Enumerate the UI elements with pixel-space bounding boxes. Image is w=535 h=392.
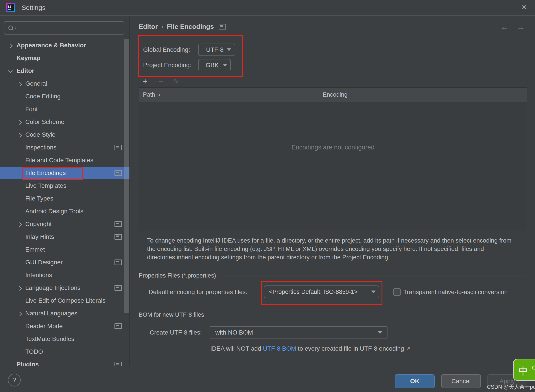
- sidebar-item-gui-designer[interactable]: GUI Designer: [0, 256, 129, 269]
- close-icon[interactable]: ✕: [521, 0, 527, 15]
- sidebar-item-intentions[interactable]: Intentions: [0, 269, 129, 281]
- help-button[interactable]: ?: [8, 374, 21, 387]
- sidebar-item-appearance-behavior[interactable]: Appearance & Behavior: [0, 39, 129, 52]
- sidebar-item-language-injections[interactable]: Language Injections: [0, 281, 129, 294]
- search-input[interactable]: [19, 22, 121, 34]
- sidebar-item-emmet[interactable]: Emmet: [0, 243, 129, 256]
- back-arrow-icon[interactable]: ←: [498, 22, 511, 32]
- dialog-footer: ? OK Cancel Apply: [0, 366, 535, 392]
- breadcrumb-separator: ›: [161, 23, 163, 30]
- sidebar-item-file-and-code-templates[interactable]: File and Code Templates: [0, 154, 129, 167]
- sidebar-item-code-editing[interactable]: Code Editing: [0, 90, 129, 103]
- ok-button[interactable]: OK: [395, 374, 435, 388]
- column-divider[interactable]: [319, 88, 319, 102]
- sidebar-item-label: GUI Designer: [25, 256, 63, 269]
- encoding-description: To change encoding IntelliJ IDEA uses fo…: [147, 236, 512, 261]
- chevron-icon[interactable]: [17, 120, 22, 125]
- sidebar-item-file-encodings[interactable]: File Encodings: [0, 167, 129, 179]
- sidebar-item-inspections[interactable]: Inspections: [0, 141, 129, 154]
- table-toolbar: + − ✎: [139, 76, 527, 88]
- edit-pencil-icon[interactable]: ✎: [173, 76, 179, 87]
- utf8-bom-link[interactable]: UTF-8 BOM: [263, 345, 296, 352]
- sidebar-item-live-templates[interactable]: Live Templates: [0, 179, 129, 192]
- sidebar-item-label: File Types: [25, 192, 53, 205]
- sidebar-item-label: Live Edit of Compose Literals: [25, 294, 105, 307]
- sidebar-item-keymap[interactable]: Keymap: [0, 52, 129, 65]
- monitor-icon: [114, 323, 122, 329]
- column-header-path[interactable]: Path▲: [143, 88, 161, 102]
- sidebar-item-label: Android Design Tools: [25, 205, 84, 218]
- sidebar-item-label: TODO: [25, 345, 43, 358]
- sidebar-item-label: Code Style: [25, 128, 56, 141]
- ime-language-char: 中: [518, 365, 528, 378]
- monitor-icon: [114, 170, 122, 176]
- native-to-ascii-checkbox[interactable]: [393, 288, 401, 296]
- sidebar-item-android-design-tools[interactable]: Android Design Tools: [0, 205, 129, 218]
- create-utf8-label: Create UTF-8 files:: [150, 326, 202, 339]
- cancel-button[interactable]: Cancel: [441, 374, 481, 388]
- sidebar-item-color-scheme[interactable]: Color Scheme: [0, 116, 129, 128]
- sidebar-item-textmate-bundles[interactable]: TextMate Bundles: [0, 333, 129, 345]
- sidebar-item-label: General: [25, 77, 47, 90]
- sidebar-item-label: Plugins: [17, 358, 39, 366]
- sidebar-item-editor[interactable]: Editor: [0, 65, 129, 77]
- monitor-icon: [114, 234, 122, 240]
- sidebar-item-label: Editor: [17, 65, 34, 77]
- sidebar-item-general[interactable]: General: [0, 77, 129, 90]
- column-header-encoding[interactable]: Encoding: [323, 88, 348, 102]
- search-icon: [8, 26, 13, 30]
- search-box[interactable]: ▾: [4, 21, 124, 35]
- encodings-table: + − ✎ Path▲ Encoding Encodings are not c…: [139, 76, 527, 231]
- sidebar-item-copyright[interactable]: Copyright: [0, 218, 129, 230]
- chevron-icon[interactable]: [17, 133, 22, 138]
- sidebar-item-code-style[interactable]: Code Style: [0, 128, 129, 141]
- sidebar-item-plugins[interactable]: Plugins: [0, 358, 129, 366]
- settings-tree: Appearance & Behavior Keymap Editor Gene…: [0, 39, 129, 366]
- global-encoding-value: UTF-8: [206, 46, 223, 53]
- chevron-down-icon: [227, 48, 231, 51]
- sidebar-scrollbar[interactable]: [124, 39, 129, 313]
- sidebar-item-label: Intentions: [25, 269, 52, 281]
- sidebar-item-label: Reader Mode: [25, 320, 63, 333]
- monitor-icon: [114, 221, 122, 227]
- sidebar-item-label: TextMate Bundles: [25, 333, 75, 345]
- add-icon[interactable]: +: [143, 76, 147, 87]
- ime-indicator: 中: [513, 359, 535, 381]
- sidebar-item-file-types[interactable]: File Types: [0, 192, 129, 205]
- sidebar-item-label: Emmet: [25, 243, 45, 256]
- sort-ascending-icon: ▲: [158, 93, 161, 97]
- sidebar-item-label: Color Scheme: [25, 116, 64, 128]
- forward-arrow-icon[interactable]: →: [514, 22, 527, 32]
- breadcrumb-editor[interactable]: Editor: [139, 23, 158, 30]
- sidebar-item-reader-mode[interactable]: Reader Mode: [0, 320, 129, 333]
- remove-icon[interactable]: −: [159, 76, 163, 87]
- chevron-icon[interactable]: [17, 82, 22, 87]
- sidebar-item-label: File and Code Templates: [25, 154, 93, 167]
- chevron-icon[interactable]: [17, 286, 22, 291]
- monitor-icon: [114, 362, 122, 366]
- sidebar-item-font[interactable]: Font: [0, 103, 129, 116]
- search-options-chevron-icon[interactable]: ▾: [14, 26, 16, 30]
- monitor-icon: [114, 145, 122, 150]
- global-encoding-label: Global Encoding:: [143, 44, 190, 56]
- sidebar-item-todo[interactable]: TODO: [0, 345, 129, 358]
- intellij-logo-icon: IJ: [6, 3, 15, 12]
- chevron-icon[interactable]: [17, 312, 22, 316]
- chevron-icon[interactable]: [17, 222, 22, 227]
- properties-section-header: Properties Files (*.properties): [139, 271, 527, 280]
- sidebar-item-inlay-hints[interactable]: Inlay Hints: [0, 230, 129, 243]
- create-utf8-select[interactable]: with NO BOM: [210, 326, 388, 339]
- project-encoding-select[interactable]: GBK: [198, 59, 231, 71]
- table-body: Encodings are not configured: [139, 102, 527, 231]
- sidebar-item-natural-languages[interactable]: Natural Languages: [0, 307, 129, 320]
- properties-encoding-select[interactable]: <Properties Default: ISO-8859-1>: [264, 285, 379, 298]
- global-encoding-select[interactable]: UTF-8: [198, 44, 235, 56]
- properties-encoding-value: <Properties Default: ISO-8859-1>: [269, 289, 357, 295]
- sidebar-item-live-edit-of-compose-literals[interactable]: Live Edit of Compose Literals: [0, 294, 129, 307]
- window-title: Settings: [22, 0, 45, 15]
- external-link-icon[interactable]: ↗: [406, 345, 411, 352]
- chevron-icon[interactable]: [8, 44, 13, 48]
- chevron-down-icon: [223, 64, 227, 66]
- create-utf8-value: with NO BOM: [215, 329, 253, 336]
- chevron-icon[interactable]: [8, 68, 13, 73]
